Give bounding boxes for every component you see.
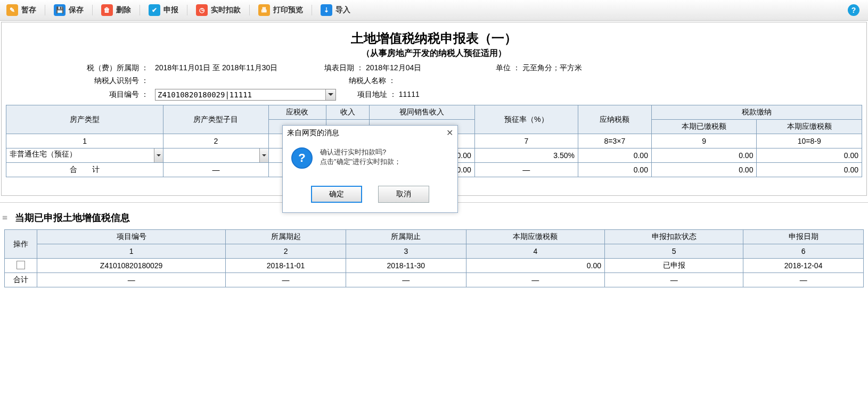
num-10: 10=8-9 [757, 134, 862, 148]
delete-icon: 🗑 [101, 4, 113, 16]
import-label: 导入 [335, 5, 350, 15]
page-title: 土地增值税纳税申报表（一） [2, 30, 866, 47]
col-taxable-income: 应税收 [268, 105, 326, 120]
t2n1: 1 [37, 244, 226, 259]
ok-button[interactable]: 确定 [311, 186, 362, 203]
t2n6: 6 [743, 244, 864, 259]
t2c2: 所属期起 [226, 230, 346, 244]
toolbar-separator [45, 5, 45, 15]
col-tax-payment-group: 税款缴纳 [651, 105, 862, 120]
fill-date-label: 填表日期 ： [324, 63, 364, 72]
col-due: 本期应缴税额 [757, 120, 862, 134]
num-2: 2 [163, 134, 269, 148]
period-label: 税（费）所属期 ： [14, 63, 153, 73]
project-no-value: Z41010820180029|11111 [158, 90, 252, 99]
t2-dash5: — [604, 273, 743, 287]
help-icon[interactable]: ? [848, 4, 859, 16]
save-label: 保存 [69, 5, 84, 15]
num-9: 9 [651, 134, 757, 148]
col-housing-type: 房产类型 [6, 105, 163, 134]
total-c10: 0.00 [757, 163, 862, 177]
dialog-message: 确认进行实时扣款吗? 点击"确定"进行实时扣款； [320, 147, 401, 169]
t2n4: 4 [466, 244, 604, 259]
realtime-deduct-button[interactable]: ◷ 实时扣款 [194, 3, 243, 17]
total-label: 合 计 [6, 163, 163, 177]
chevron-down-icon[interactable] [259, 148, 268, 162]
section-header: 当期已申报土地增值税信息 [2, 211, 866, 224]
t2n5: 5 [604, 244, 743, 259]
t2-dash4: — [466, 273, 604, 287]
temp-save-button[interactable]: ✎ 暂存 [4, 3, 38, 17]
t2n2: 2 [226, 244, 346, 259]
print-preview-button[interactable]: 🖶 打印预览 [256, 3, 305, 17]
toolbar-separator [249, 5, 250, 15]
t2n3: 3 [346, 244, 466, 259]
temp-save-label: 暂存 [21, 5, 36, 15]
toolbar-separator [140, 5, 140, 15]
project-addr-value: 11111 [399, 90, 420, 98]
taxpayer-name-label: 纳税人名称 ： [349, 76, 396, 85]
dialog-title: 来自网页的消息 [287, 128, 339, 138]
delete-label: 删除 [116, 5, 131, 15]
t2-dash2: — [226, 273, 346, 287]
t2c5: 申报扣款状态 [604, 230, 743, 244]
cancel-button[interactable]: 取消 [378, 186, 429, 203]
col-op: 操作 [5, 230, 37, 259]
project-addr-label: 项目地址 ： [357, 90, 397, 98]
housing-type-value: 非普通住宅（预征） [6, 148, 80, 162]
col-paid: 本期已缴税额 [651, 120, 757, 134]
t2c3: 所属期止 [346, 230, 466, 244]
close-icon[interactable]: ✕ [446, 128, 453, 138]
r1c7[interactable]: 3.50% [474, 148, 578, 163]
r1c10: 0.00 [757, 148, 862, 163]
total-dash-2: — [163, 163, 269, 177]
declare-button[interactable]: ✔ 申报 [146, 3, 181, 17]
col-subtype: 房产类型子目 [163, 105, 269, 134]
delete-button[interactable]: 🗑 删除 [99, 3, 133, 17]
print-icon: 🖶 [258, 4, 270, 16]
row-checkbox-cell [5, 259, 37, 273]
subtype-select[interactable] [163, 148, 268, 162]
print-label: 打印预览 [273, 5, 303, 15]
dialog-line2: 点击"确定"进行实时扣款； [320, 157, 401, 167]
dialog-line1: 确认进行实时扣款吗? [320, 147, 401, 157]
toolbar: ✎ 暂存 💾 保存 🗑 删除 ✔ 申报 ◷ 实时扣款 🖶 打印预览 ⇣ 导入 ? [0, 0, 868, 21]
r-amount: 0.00 [466, 259, 604, 273]
save-icon: 💾 [54, 4, 65, 16]
total-c7: — [474, 163, 578, 177]
t2-total-label: 合计 [5, 273, 37, 287]
total-c8: 0.00 [578, 163, 651, 177]
housing-type-select[interactable]: 非普通住宅（预征） [6, 148, 163, 162]
declared-table: 操作 项目编号 所属期起 所属期止 本期应缴税额 申报扣款状态 申报日期 1 2… [4, 229, 864, 287]
declare-label: 申报 [163, 5, 178, 15]
r-date: 2018-12-04 [743, 259, 864, 273]
temp-save-icon: ✎ [6, 4, 18, 16]
declared-info-section: 当期已申报土地增值税信息 操作 项目编号 所属期起 所属期止 本期应缴税额 申报… [0, 202, 868, 287]
r-project: Z41010820180029 [37, 259, 226, 273]
chevron-down-icon[interactable] [154, 148, 163, 162]
confirm-dialog: 来自网页的消息 ✕ ? 确认进行实时扣款吗? 点击"确定"进行实时扣款； 确定 … [282, 125, 458, 213]
total-c9: 0.00 [651, 163, 757, 177]
r1c9[interactable]: 0.00 [651, 148, 757, 163]
col-pre-rate: 预征率（%） [474, 105, 578, 134]
declare-icon: ✔ [149, 4, 160, 16]
taxpayer-id-label: 纳税人识别号 ： [14, 76, 153, 86]
import-button[interactable]: ⇣ 导入 [318, 3, 353, 17]
question-icon: ? [291, 147, 313, 169]
col-tax-payable: 应纳税额 [578, 105, 651, 134]
chevron-down-icon[interactable] [325, 89, 335, 100]
toolbar-separator [187, 5, 187, 15]
import-icon: ⇣ [321, 4, 332, 16]
num-1: 1 [6, 134, 163, 148]
row-checkbox[interactable] [17, 261, 25, 269]
r1c8: 0.00 [578, 148, 651, 163]
t2c1: 项目编号 [37, 230, 226, 244]
r-start: 2018-11-01 [226, 259, 346, 273]
table-row: Z41010820180029 2018-11-01 2018-11-30 0.… [5, 259, 864, 273]
project-no-select[interactable]: Z41010820180029|11111 [155, 89, 336, 101]
save-button[interactable]: 💾 保存 [52, 3, 86, 17]
t2-dash3: — [346, 273, 466, 287]
r-status: 已申报 [604, 259, 743, 273]
r-end: 2018-11-30 [346, 259, 466, 273]
unit-label: 单位 ： [496, 63, 520, 72]
